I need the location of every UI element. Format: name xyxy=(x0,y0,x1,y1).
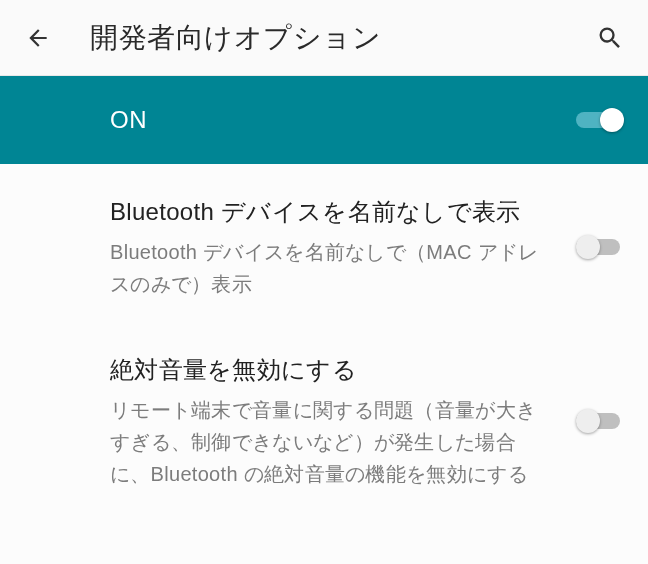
setting-title: Bluetooth デバイスを名前なしで表示 xyxy=(110,194,556,230)
switch-thumb xyxy=(600,108,624,132)
setting-toggle-switch[interactable] xyxy=(576,233,624,261)
app-bar: 開発者向けオプション xyxy=(0,0,648,76)
master-toggle-switch[interactable] xyxy=(576,106,624,134)
switch-thumb xyxy=(576,409,600,433)
page-title: 開発者向けオプション xyxy=(90,19,590,57)
setting-description: Bluetooth デバイスを名前なしで（MAC アドレスのみで）表示 xyxy=(110,236,556,300)
setting-bluetooth-no-name[interactable]: Bluetooth デバイスを名前なしで表示 Bluetooth デバイスを名前… xyxy=(0,168,648,326)
setting-toggle-switch[interactable] xyxy=(576,407,624,435)
master-toggle-label: ON xyxy=(110,106,576,134)
back-button[interactable] xyxy=(18,18,58,58)
setting-title: 絶対音量を無効にする xyxy=(110,352,556,388)
master-toggle-row[interactable]: ON xyxy=(0,76,648,164)
search-button[interactable] xyxy=(590,18,630,58)
setting-text: 絶対音量を無効にする リモート端末で音量に関する問題（音量が大きすぎる、制御でき… xyxy=(110,352,576,490)
switch-thumb xyxy=(576,235,600,259)
setting-disable-absolute-volume[interactable]: 絶対音量を無効にする リモート端末で音量に関する問題（音量が大きすぎる、制御でき… xyxy=(0,326,648,516)
setting-description: リモート端末で音量に関する問題（音量が大きすぎる、制御できないなど）が発生した場… xyxy=(110,394,556,490)
arrow-back-icon xyxy=(25,25,51,51)
setting-text: Bluetooth デバイスを名前なしで表示 Bluetooth デバイスを名前… xyxy=(110,194,576,300)
settings-list: Bluetooth デバイスを名前なしで表示 Bluetooth デバイスを名前… xyxy=(0,164,648,516)
search-icon xyxy=(596,24,624,52)
